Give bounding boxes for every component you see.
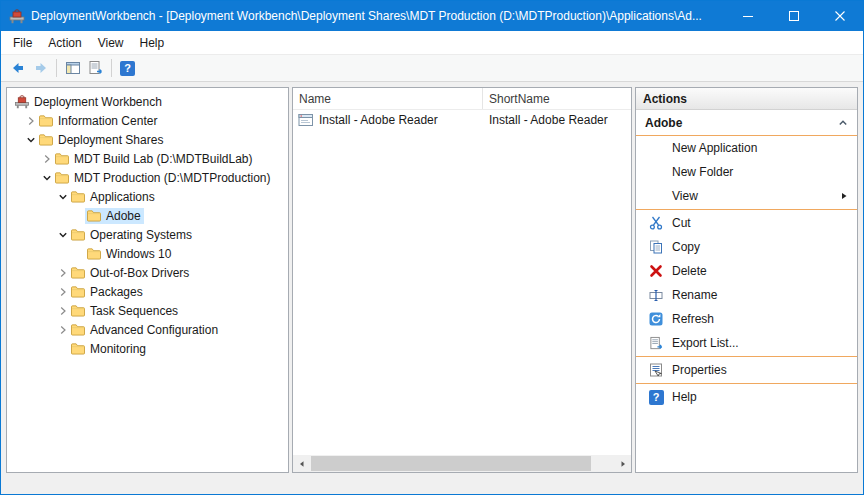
tree-item-label: Packages [90,285,143,299]
list-cell-name: Install - Adobe Reader [319,113,438,127]
chevron-blank [73,210,85,222]
tree-item-label: Task Sequences [90,304,178,318]
action-new-folder[interactable]: New Folder [636,160,857,184]
chevron-expanded-icon[interactable] [57,191,69,203]
minimize-icon [743,11,753,21]
action-refresh[interactable]: Refresh [636,307,857,331]
tree-item-label: MDT Build Lab (D:\MDTBuildLab) [74,152,253,166]
tree-item-deployment-workbench[interactable]: Deployment Workbench [7,92,288,111]
folder-icon [38,114,54,127]
show-hide-console-tree-icon [65,60,81,76]
tree-item-packages[interactable]: Packages [7,282,288,301]
toolbar-separator [56,59,57,77]
folder-icon [70,285,86,298]
blank-icon [648,140,664,156]
tree-item-information-center[interactable]: Information Center [7,111,288,130]
window-title: DeploymentWorkbench - [Deployment Workbe… [31,9,725,23]
toolbar-forward-button[interactable] [29,57,52,80]
action-copy[interactable]: Copy [636,235,857,259]
chevron-expanded-icon[interactable] [25,134,37,146]
chevron-expanded-icon[interactable] [41,172,53,184]
action-properties[interactable]: Properties [636,358,857,382]
tree-item-task-sequences[interactable]: Task Sequences [7,301,288,320]
help-icon: ? [120,61,135,76]
action-rename[interactable]: Rename [636,283,857,307]
tree-item-mdt-production[interactable]: MDT Production (D:\MDTProduction) [7,168,288,187]
main-area: Deployment Workbench Information Center … [1,82,863,475]
action-cut[interactable]: Cut [636,211,857,235]
tree-item-label: Windows 10 [106,247,171,261]
toolbar-export-list-button[interactable] [84,57,107,80]
action-view[interactable]: View [636,184,857,208]
hscroll-thumb[interactable] [311,456,591,471]
tree-item-windows-10[interactable]: Windows 10 [7,244,288,263]
close-button[interactable] [817,1,863,31]
actions-group-header[interactable]: Adobe [636,110,857,136]
rename-icon [648,287,664,303]
tree-item-applications[interactable]: Applications [7,187,288,206]
chevron-collapsed-icon[interactable] [57,286,69,298]
action-new-application[interactable]: New Application [636,136,857,160]
actions-separator [636,383,857,384]
minimize-button[interactable] [725,1,771,31]
toolbar-console-tree-button[interactable] [61,57,84,80]
folder-icon [70,323,86,336]
maximize-button[interactable] [771,1,817,31]
column-header-name[interactable]: Name [293,88,483,109]
menu-view[interactable]: View [90,33,132,53]
collapse-chevron-icon[interactable] [838,118,848,128]
tree-item-adobe[interactable]: Adobe [7,206,288,225]
forward-icon [33,60,49,76]
actions-pane: Actions Adobe New Application New Folder… [635,87,858,473]
tree-item-label: MDT Production (D:\MDTProduction) [74,171,271,185]
tree-item-label: Deployment Workbench [34,95,162,109]
results-list-pane: Name ShortName Install - Adobe Reader In… [292,87,632,473]
tree-item-mdt-build-lab[interactable]: MDT Build Lab (D:\MDTBuildLab) [7,149,288,168]
hscroll-right-button[interactable] [614,455,631,472]
list-row-install-adobe-reader[interactable]: Install - Adobe Reader Install - Adobe R… [293,110,631,130]
chevron-collapsed-icon[interactable] [41,153,53,165]
hscroll-left-button[interactable] [293,455,310,472]
chevron-collapsed-icon[interactable] [57,305,69,317]
action-label: Copy [672,240,700,254]
tree-item-monitoring[interactable]: Monitoring [7,339,288,358]
action-label: Properties [672,363,727,377]
delete-icon [648,263,664,279]
chevron-collapsed-icon[interactable] [57,324,69,336]
tree-item-advanced-configuration[interactable]: Advanced Configuration [7,320,288,339]
folder-icon [70,304,86,317]
action-label: Cut [672,216,691,230]
action-help[interactable]: ? Help [636,385,857,409]
tree-item-operating-systems[interactable]: Operating Systems [7,225,288,244]
tree-item-deployment-shares[interactable]: Deployment Shares [7,130,288,149]
actions-separator [636,356,857,357]
toolbar-back-button[interactable] [6,57,29,80]
blank-icon [648,164,664,180]
menu-file[interactable]: File [5,33,40,53]
chevron-collapsed-icon[interactable] [25,115,37,127]
folder-icon [54,152,70,165]
tree-item-label: Operating Systems [90,228,192,242]
blank-icon [648,188,664,204]
action-label: Delete [672,264,707,278]
tree-item-label: Information Center [58,114,157,128]
folder-icon [38,133,54,146]
folder-icon [70,266,86,279]
chevron-collapsed-icon[interactable] [57,267,69,279]
horizontal-scrollbar [293,455,631,472]
action-delete[interactable]: Delete [636,259,857,283]
scroll-right-icon [619,460,627,468]
chevron-expanded-icon[interactable] [57,229,69,241]
action-label: New Application [672,141,757,155]
tree-item-out-of-box-drivers[interactable]: Out-of-Box Drivers [7,263,288,282]
folder-icon [86,209,102,222]
action-export-list[interactable]: Export List... [636,331,857,355]
menu-action[interactable]: Action [40,33,89,53]
menu-help[interactable]: Help [132,33,173,53]
toolbar-help-button[interactable]: ? [116,57,139,80]
app-icon [9,8,25,24]
actions-group-label: Adobe [645,116,682,130]
folder-icon [86,247,102,260]
column-header-shortname[interactable]: ShortName [483,88,631,109]
hscroll-track[interactable] [310,455,614,472]
